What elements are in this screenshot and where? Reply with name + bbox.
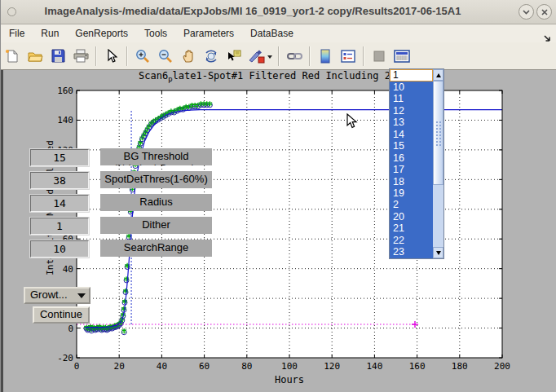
svg-text:-20: -20	[57, 353, 73, 363]
mouse-cursor-icon	[346, 113, 358, 133]
svg-text:40: 40	[63, 264, 73, 275]
scroll-down-button[interactable]	[433, 247, 443, 258]
menu-item[interactable]: Run	[33, 25, 67, 42]
svg-text:160: 160	[409, 361, 426, 372]
save-icon	[51, 49, 65, 63]
colorbar-button[interactable]	[315, 46, 336, 67]
dropdown-list[interactable]: 10111213141516171819220212223	[390, 81, 433, 258]
radius-label: Radius	[100, 194, 212, 211]
menu-item[interactable]: Parameters	[175, 25, 242, 42]
menu-item[interactable]: GenReports	[67, 25, 136, 42]
svg-text:40: 40	[157, 361, 167, 372]
zoom-in-button[interactable]	[132, 46, 153, 67]
pointer-icon	[107, 49, 117, 64]
insert-legend-button[interactable]	[338, 46, 359, 67]
new-file-button[interactable]	[2, 46, 23, 67]
x-axis-label: Hours	[275, 374, 304, 385]
pointer-tool-button[interactable]	[101, 46, 122, 67]
data-cursor-icon	[227, 49, 241, 64]
toolbar	[1, 42, 556, 70]
app-window: ImageAnalysis-/media/data/ExpJobs/MI 16_…	[0, 0, 556, 392]
dropdown-item[interactable]: 17	[390, 164, 433, 175]
open-folder-icon	[28, 49, 43, 64]
data-cursor-button[interactable]	[223, 46, 245, 67]
plain-square-icon	[373, 51, 385, 62]
dropdown-item[interactable]: 16	[390, 152, 433, 164]
toolbar-separator	[95, 46, 97, 66]
new-file-icon	[5, 49, 20, 64]
menu-item[interactable]: File	[1, 25, 33, 42]
dropdown-item[interactable]: 20	[390, 211, 433, 222]
dropdown-item[interactable]: 2	[390, 199, 433, 210]
dropdown-selected-item[interactable]: 1	[390, 69, 433, 81]
bg-threshold-input[interactable]: 15	[30, 149, 89, 166]
window-title: ImageAnalysis-/media/data/ExpJobs/MI 16_…	[1, 5, 505, 17]
svg-text:80: 80	[241, 361, 252, 372]
svg-text:20: 20	[114, 361, 125, 372]
spotdetthres-input[interactable]: 38	[30, 172, 89, 189]
svg-text:160: 160	[57, 86, 73, 96]
dropdown-item[interactable]: 13	[390, 117, 433, 128]
dropdown-item[interactable]: 15	[390, 140, 433, 152]
menu-item[interactable]: DataBase	[242, 25, 302, 42]
open-folder-button[interactable]	[24, 46, 46, 67]
close-button[interactable]	[536, 4, 552, 20]
pan-hand-button[interactable]	[178, 46, 199, 67]
close-icon	[541, 9, 548, 15]
toolbar-separator	[278, 46, 280, 66]
toolbar-separator	[126, 46, 128, 66]
svg-text:200: 200	[494, 361, 510, 372]
menu-bar: FileRunGenReportsToolsParametersDataBase	[1, 24, 556, 43]
svg-text:100: 100	[281, 361, 298, 372]
growth-popup-menu[interactable]: Growt...	[24, 287, 90, 304]
minimize-button[interactable]	[518, 4, 534, 20]
bg-threshold-label: BG Threshold(% below) Dynamic	[100, 148, 212, 165]
toolbar-separator	[363, 46, 364, 66]
searchrange-label: SearchRange	[100, 240, 212, 257]
dropdown-item[interactable]: 22	[390, 235, 433, 246]
continue-button[interactable]: Continue	[33, 306, 90, 324]
insert-legend-icon	[341, 50, 355, 63]
brush-button[interactable]	[246, 46, 274, 67]
dock-figure-button[interactable]	[391, 46, 413, 67]
scroll-up-button[interactable]	[433, 69, 443, 81]
spot-number-dropdown[interactable]: 1 10111213141516171819220212223	[389, 68, 444, 259]
dropdown-item[interactable]: 21	[390, 222, 433, 234]
zoom-out-icon	[158, 49, 173, 64]
svg-text:0: 0	[74, 361, 80, 372]
dropdown-item[interactable]: 11	[390, 93, 433, 104]
searchrange-input[interactable]: 10	[30, 240, 89, 258]
dither-label: Dither	[100, 217, 212, 234]
scroll-up-icon	[436, 73, 441, 77]
svg-text:140: 140	[366, 361, 382, 372]
link-plots-button[interactable]	[284, 46, 305, 67]
dropdown-item[interactable]: 18	[390, 176, 433, 187]
plain-square-button[interactable]	[368, 46, 390, 67]
print-button[interactable]	[70, 46, 91, 67]
dropdown-item[interactable]: 10	[390, 81, 433, 93]
figure-area: 020406080100120140160180200-200204060801…	[1, 70, 556, 392]
scroll-grip-icon	[435, 121, 442, 147]
link-plots-icon	[287, 51, 302, 62]
dropdown-item[interactable]: 19	[390, 187, 433, 199]
dropdown-item[interactable]: 12	[390, 105, 433, 117]
menu-item[interactable]: Tools	[136, 25, 175, 42]
x-tick-labels: 020406080100120140160180200	[74, 361, 510, 372]
pan-hand-icon	[182, 49, 196, 64]
radius-input[interactable]: 14	[30, 195, 89, 212]
dropdown-item[interactable]: 23	[390, 246, 433, 258]
dropdown-item[interactable]: 14	[390, 129, 433, 140]
brush-icon	[249, 50, 264, 63]
scroll-thumb[interactable]	[433, 81, 443, 185]
zoom-out-button[interactable]	[155, 46, 176, 67]
scroll-down-icon	[436, 251, 441, 255]
chevron-down-icon	[523, 10, 530, 15]
brush-dropdown-arrow-icon[interactable]	[267, 55, 272, 59]
dropdown-scrollbar[interactable]	[433, 69, 443, 258]
dither-input[interactable]: 1	[30, 218, 89, 235]
dock-figure-icon	[394, 50, 410, 63]
svg-text:140: 140	[57, 115, 73, 126]
popup-arrow-icon	[77, 293, 86, 298]
save-button[interactable]	[47, 46, 68, 67]
rotate-3d-button[interactable]	[201, 46, 222, 67]
